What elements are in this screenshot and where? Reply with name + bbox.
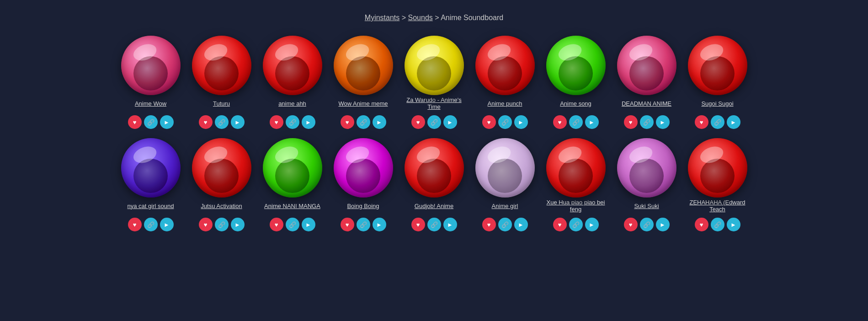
play-button-jutsu-activation[interactable]	[192, 138, 251, 198]
link-button-xue-hua-piao[interactable]: 🔗	[569, 218, 583, 231]
play-button-deadman-anime[interactable]	[617, 36, 676, 95]
heart-button-nya-cat-girl[interactable]: ♥	[128, 218, 142, 231]
sound-item-xue-hua-piao: Xue Hua piao piao bei feng♥🔗►	[540, 138, 611, 231]
link-button-tuturu[interactable]: 🔗	[215, 115, 229, 129]
link-button-nya-cat-girl[interactable]: 🔗	[144, 218, 158, 231]
heart-button-tuturu[interactable]: ♥	[199, 115, 213, 129]
play-button-zehahaha[interactable]	[688, 138, 747, 198]
heart-button-anime-girl[interactable]: ♥	[482, 218, 496, 231]
link-button-sugoi-sugoi[interactable]: 🔗	[711, 115, 724, 129]
breadcrumb-sounds-link[interactable]: Sounds	[408, 14, 433, 21]
share-button-wow-anime-meme[interactable]: ►	[373, 115, 386, 129]
link-button-anime-song[interactable]: 🔗	[569, 115, 583, 129]
play-button-boing-boing[interactable]	[334, 138, 393, 198]
play-button-anime-wow[interactable]	[121, 36, 181, 95]
link-button-wow-anime-meme[interactable]: 🔗	[357, 115, 370, 129]
sound-label-boing-boing[interactable]: Boing Boing	[347, 198, 379, 214]
sound-label-nya-cat-girl[interactable]: nya cat girl sound	[128, 198, 174, 214]
action-buttons-sugoi-sugoi: ♥🔗►	[695, 115, 740, 129]
play-button-suki-suki[interactable]	[617, 138, 676, 198]
heart-button-anime-punch[interactable]: ♥	[482, 115, 496, 129]
heart-button-anime-nani-manga[interactable]: ♥	[270, 218, 283, 231]
share-button-za-warudo[interactable]: ►	[443, 115, 457, 129]
sound-label-xue-hua-piao[interactable]: Xue Hua piao piao bei feng	[543, 198, 609, 214]
link-button-suki-suki[interactable]: 🔗	[640, 218, 654, 231]
play-button-xue-hua-piao[interactable]	[546, 138, 606, 198]
heart-button-boing-boing[interactable]: ♥	[341, 218, 354, 231]
sound-item-anime-ahh: anime ahh♥🔗►	[257, 36, 328, 129]
heart-button-suki-suki[interactable]: ♥	[624, 218, 638, 231]
link-button-deadman-anime[interactable]: 🔗	[640, 115, 654, 129]
heart-button-sugoi-sugoi[interactable]: ♥	[695, 115, 708, 129]
breadcrumb-sep1: >	[402, 14, 406, 21]
sound-label-sugoi-sugoi[interactable]: Sugoi Sugoi	[701, 95, 733, 112]
breadcrumb-home-link[interactable]: Myinstants	[365, 14, 399, 21]
share-button-tuturu[interactable]: ►	[231, 115, 245, 129]
share-button-anime-ahh[interactable]: ►	[302, 115, 315, 129]
heart-button-gudjob-anime[interactable]: ♥	[411, 218, 425, 231]
share-button-suki-suki[interactable]: ►	[656, 218, 670, 231]
share-button-anime-punch[interactable]: ►	[514, 115, 528, 129]
share-button-gudjob-anime[interactable]: ►	[443, 218, 457, 231]
sound-label-gudjob-anime[interactable]: Gudjob! Anime	[415, 198, 453, 214]
heart-button-anime-song[interactable]: ♥	[553, 115, 567, 129]
sound-label-anime-song[interactable]: Anime song	[560, 95, 591, 112]
link-button-boing-boing[interactable]: 🔗	[357, 218, 370, 231]
link-button-anime-girl[interactable]: 🔗	[498, 218, 512, 231]
heart-button-zehahaha[interactable]: ♥	[695, 218, 708, 231]
sound-label-za-warudo[interactable]: Za Warudo - Anime's Time	[401, 95, 467, 112]
heart-button-xue-hua-piao[interactable]: ♥	[553, 218, 567, 231]
share-button-xue-hua-piao[interactable]: ►	[585, 218, 599, 231]
link-button-anime-wow[interactable]: 🔗	[144, 115, 158, 129]
play-button-anime-punch[interactable]	[475, 36, 535, 95]
heart-button-anime-ahh[interactable]: ♥	[270, 115, 283, 129]
sound-label-jutsu-activation[interactable]: Jutsu Activation	[201, 198, 242, 214]
action-buttons-za-warudo: ♥🔗►	[411, 115, 457, 129]
share-button-zehahaha[interactable]: ►	[727, 218, 740, 231]
share-button-anime-wow[interactable]: ►	[160, 115, 174, 129]
sound-label-anime-nani-manga[interactable]: Anime NANI MANGA	[264, 198, 320, 214]
heart-button-wow-anime-meme[interactable]: ♥	[341, 115, 354, 129]
play-button-gudjob-anime[interactable]	[405, 138, 464, 198]
share-button-anime-nani-manga[interactable]: ►	[302, 218, 315, 231]
share-button-jutsu-activation[interactable]: ►	[231, 218, 245, 231]
share-button-boing-boing[interactable]: ►	[373, 218, 386, 231]
play-button-nya-cat-girl[interactable]	[121, 138, 181, 198]
sound-item-boing-boing: Boing Boing♥🔗►	[328, 138, 399, 231]
share-button-anime-girl[interactable]: ►	[514, 218, 528, 231]
sound-label-suki-suki[interactable]: Suki Suki	[634, 198, 659, 214]
link-button-anime-nani-manga[interactable]: 🔗	[286, 218, 299, 231]
play-button-tuturu[interactable]	[192, 36, 251, 95]
play-button-anime-song[interactable]	[546, 36, 606, 95]
heart-button-anime-wow[interactable]: ♥	[128, 115, 142, 129]
heart-button-deadman-anime[interactable]: ♥	[624, 115, 638, 129]
play-button-wow-anime-meme[interactable]	[334, 36, 393, 95]
share-button-nya-cat-girl[interactable]: ►	[160, 218, 174, 231]
play-button-anime-nani-manga[interactable]	[263, 138, 322, 198]
sound-label-zehahaha[interactable]: ZEHAHAHA (Edward Teach	[684, 198, 751, 214]
heart-button-jutsu-activation[interactable]: ♥	[199, 218, 213, 231]
sound-label-deadman-anime[interactable]: DEADMAN ANIME	[622, 95, 671, 112]
link-button-za-warudo[interactable]: 🔗	[427, 115, 441, 129]
link-button-anime-punch[interactable]: 🔗	[498, 115, 512, 129]
play-button-anime-ahh[interactable]	[263, 36, 322, 95]
link-button-gudjob-anime[interactable]: 🔗	[427, 218, 441, 231]
sound-label-anime-wow[interactable]: Anime Wow	[135, 95, 166, 112]
sound-label-wow-anime-meme[interactable]: Wow Anime meme	[338, 95, 388, 112]
play-button-sugoi-sugoi[interactable]	[688, 36, 747, 95]
sound-label-tuturu[interactable]: Tuturu	[213, 95, 230, 112]
share-button-anime-song[interactable]: ►	[585, 115, 599, 129]
play-button-za-warudo[interactable]	[405, 36, 464, 95]
link-button-jutsu-activation[interactable]: 🔗	[215, 218, 229, 231]
link-button-zehahaha[interactable]: 🔗	[711, 218, 724, 231]
link-button-anime-ahh[interactable]: 🔗	[286, 115, 299, 129]
heart-button-za-warudo[interactable]: ♥	[411, 115, 425, 129]
sound-label-anime-ahh[interactable]: anime ahh	[278, 95, 306, 112]
share-button-deadman-anime[interactable]: ►	[656, 115, 670, 129]
action-buttons-gudjob-anime: ♥🔗►	[411, 218, 457, 231]
action-buttons-anime-nani-manga: ♥🔗►	[270, 218, 315, 231]
sound-label-anime-girl[interactable]: Anime girl	[492, 198, 518, 214]
share-button-sugoi-sugoi[interactable]: ►	[727, 115, 740, 129]
sound-label-anime-punch[interactable]: Anime punch	[488, 95, 522, 112]
play-button-anime-girl[interactable]	[475, 138, 535, 198]
